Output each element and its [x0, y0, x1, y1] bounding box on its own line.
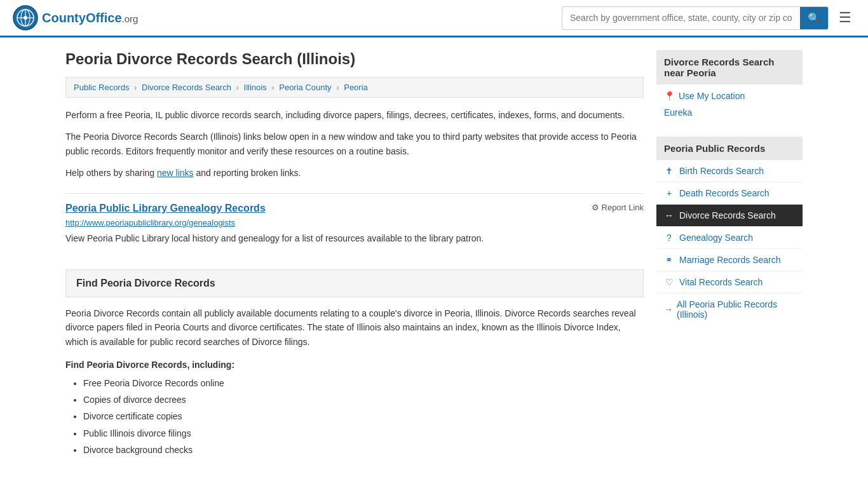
find-section-body: Peoria Divorce Records contain all publi…	[65, 297, 644, 458]
genealogy-icon: ?	[664, 233, 674, 243]
sidebar-item-marriage-records[interactable]: ⚭ Marriage Records Search	[656, 249, 803, 271]
search-button[interactable]: 🔍	[800, 7, 828, 29]
page-title: Peoria Divorce Records Search (Illinois)	[65, 50, 644, 68]
breadcrumb: Public Records › Divorce Records Search …	[65, 77, 644, 98]
header-right: 🔍 ☰	[562, 6, 855, 30]
new-links-link[interactable]: new links	[157, 168, 194, 178]
divorce-records-icon: ↔	[664, 210, 674, 220]
logo-icon	[13, 5, 38, 30]
list-item: Copies of divorce decrees	[83, 393, 644, 407]
sidebar-item-label: Birth Records Search	[679, 166, 764, 176]
menu-icon[interactable]: ☰	[835, 6, 855, 30]
list-item: Divorce certificate copies	[83, 409, 644, 423]
logo-area: CountyOffice.org	[13, 5, 138, 30]
sidebar-records-title: Peoria Public Records	[656, 137, 803, 160]
sidebar-item-label: Genealogy Search	[679, 233, 753, 243]
breadcrumb-peoria-county[interactable]: Peoria County	[279, 83, 331, 92]
use-location-area: 📍 Use My Location	[656, 85, 803, 107]
find-section-header: Find Peoria Divorce Records	[65, 269, 644, 297]
breadcrumb-peoria[interactable]: Peoria	[344, 83, 368, 92]
all-records-arrow-icon: →	[664, 304, 673, 315]
find-section-title: Find Peoria Divorce Records	[76, 278, 633, 289]
sidebar-item-vital-records[interactable]: ♡ Vital Records Search	[656, 271, 803, 294]
find-records-section: Find Peoria Divorce Records Peoria Divor…	[65, 269, 644, 458]
sidebar-item-label: Marriage Records Search	[679, 255, 781, 265]
sidebar-item-label: Divorce Records Search	[679, 210, 776, 220]
description-1: Perform a free Peoria, IL public divorce…	[65, 108, 644, 122]
all-records-text: All Peoria Public Records (Illinois)	[677, 299, 795, 320]
death-records-icon: +	[664, 188, 674, 198]
content-area: Peoria Divorce Records Search (Illinois)…	[65, 50, 644, 459]
sidebar-item-divorce-records[interactable]: ↔ Divorce Records Search	[656, 205, 803, 227]
all-records-link[interactable]: → All Peoria Public Records (Illinois)	[656, 294, 803, 325]
sidebar-item-label: Death Records Search	[679, 188, 770, 198]
find-records-list: Free Peoria Divorce Records online Copie…	[65, 376, 644, 458]
birth-records-icon: ✝	[664, 166, 674, 176]
report-link[interactable]: ⚙ Report Link	[592, 203, 644, 212]
vital-records-icon: ♡	[664, 277, 674, 287]
eureka-link[interactable]: Eureka	[664, 107, 692, 118]
report-text: Report Link	[602, 203, 644, 212]
find-section-text: Peoria Divorce Records contain all publi…	[65, 306, 644, 349]
breadcrumb-public-records[interactable]: Public Records	[74, 83, 129, 92]
description-2: The Peoria Divorce Records Search (Illin…	[65, 130, 644, 158]
description-3: Help others by sharing new links and rep…	[65, 166, 644, 180]
main-container: Peoria Divorce Records Search (Illinois)…	[53, 37, 815, 472]
use-location-link[interactable]: Use My Location	[679, 91, 745, 101]
library-link-title[interactable]: Peoria Public Library Genealogy Records	[65, 203, 266, 214]
sidebar: Divorce Records Search near Peoria 📍 Use…	[656, 50, 803, 459]
library-description: View Peoria Public Library local history…	[65, 231, 644, 245]
list-item: Public Illinois divorce filings	[83, 426, 644, 440]
sidebar-item-genealogy[interactable]: ? Genealogy Search	[656, 227, 803, 249]
find-records-heading: Find Peoria Divorce Records, including:	[65, 358, 644, 372]
report-icon: ⚙	[592, 203, 599, 212]
search-bar: 🔍	[562, 6, 829, 30]
list-item: Free Peoria Divorce Records online	[83, 376, 644, 390]
link-result: Peoria Public Library Genealogy Records …	[65, 193, 644, 254]
sidebar-item-label: Vital Records Search	[679, 277, 763, 287]
search-icon: 🔍	[808, 13, 820, 24]
sidebar-item-death-records[interactable]: + Death Records Search	[656, 182, 803, 205]
svg-point-5	[24, 16, 27, 20]
sidebar-near-section: Divorce Records Search near Peoria 📍 Use…	[656, 50, 803, 124]
search-input[interactable]	[562, 8, 800, 28]
breadcrumb-divorce-records-search[interactable]: Divorce Records Search	[142, 83, 231, 92]
list-item: Divorce background checks	[83, 443, 644, 457]
sidebar-item-birth-records[interactable]: ✝ Birth Records Search	[656, 160, 803, 182]
location-pin-icon: 📍	[664, 91, 675, 101]
sidebar-near-title: Divorce Records Search near Peoria	[656, 50, 803, 85]
logo-text: CountyOffice.org	[42, 11, 138, 25]
marriage-records-icon: ⚭	[664, 255, 674, 265]
eureka-link-area: Eureka	[656, 107, 803, 124]
breadcrumb-illinois[interactable]: Illinois	[244, 83, 267, 92]
library-url[interactable]: http://www.peoriapubliclibrary.org/genea…	[65, 218, 644, 227]
sidebar-records-section: Peoria Public Records ✝ Birth Records Se…	[656, 137, 803, 325]
header: CountyOffice.org 🔍 ☰	[0, 0, 868, 37]
